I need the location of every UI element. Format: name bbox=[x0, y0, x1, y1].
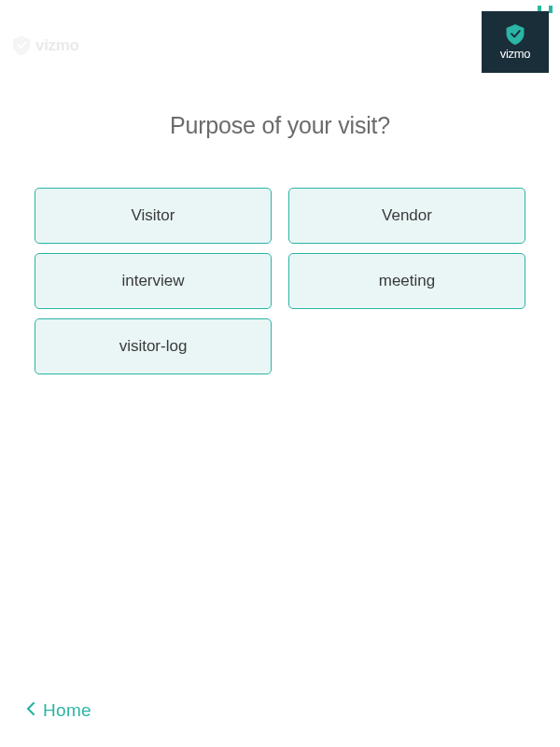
brand-badge-text: vizmo bbox=[500, 47, 530, 61]
svg-rect-1 bbox=[549, 6, 553, 13]
option-visitor[interactable]: Visitor bbox=[35, 188, 272, 244]
options-grid: Visitor Vendor interview meeting visitor… bbox=[0, 188, 560, 374]
home-label: Home bbox=[43, 700, 91, 721]
brand-logo-light: vizmo bbox=[13, 35, 79, 56]
brand-name: vizmo bbox=[35, 36, 79, 55]
shield-icon bbox=[506, 24, 525, 45]
brand-badge: vizmo bbox=[482, 11, 549, 73]
chevron-left-icon bbox=[26, 701, 35, 721]
option-vendor[interactable]: Vendor bbox=[288, 188, 525, 244]
shield-icon bbox=[13, 35, 30, 56]
page-title: Purpose of your visit? bbox=[0, 112, 560, 139]
home-button[interactable]: Home bbox=[26, 700, 91, 721]
header: vizmo vizmo bbox=[0, 0, 560, 73]
option-meeting[interactable]: meeting bbox=[288, 253, 525, 309]
option-interview[interactable]: interview bbox=[35, 253, 272, 309]
option-visitor-log[interactable]: visitor-log bbox=[35, 318, 272, 374]
